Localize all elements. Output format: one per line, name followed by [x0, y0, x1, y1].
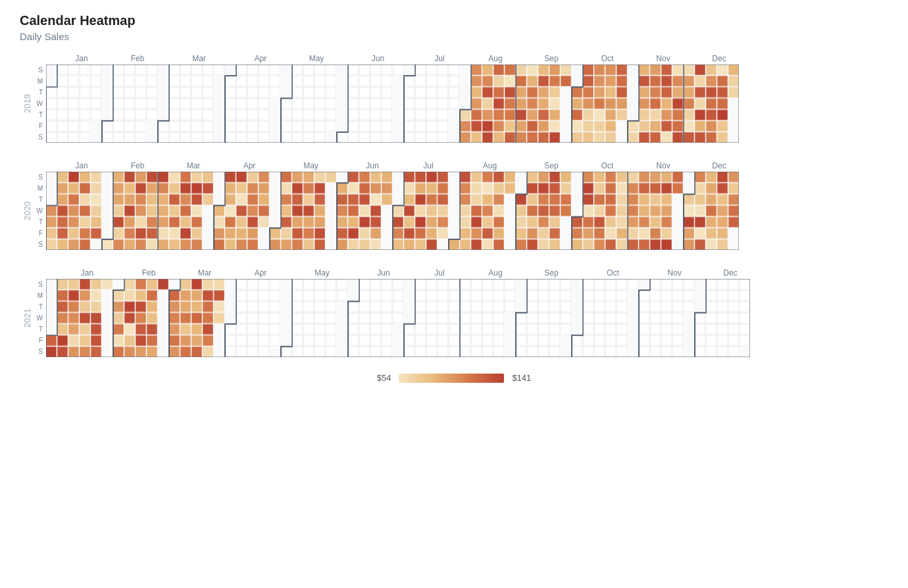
year-label-2019: 2019: [20, 64, 34, 143]
month-header-Jan: Jan: [54, 54, 109, 63]
month-header-Apr: Apr: [233, 268, 288, 278]
month-header-Sep: Sep: [524, 54, 579, 63]
month-header-Oct: Oct: [580, 54, 635, 63]
heatmap-canvas-2021: [46, 279, 750, 357]
month-header-Jun: Jun: [356, 268, 411, 278]
day-label-3: W: [34, 312, 45, 324]
chart-title: Calendar Heatmap: [20, 13, 888, 28]
legend-gradient: [399, 374, 504, 383]
legend-area: $54 $141: [20, 373, 888, 383]
year-2019-block: JanFebMarAprMayJunJulAugSepOctNovDec2019…: [20, 54, 888, 143]
day-label-6: S: [34, 346, 45, 357]
month-header-Apr: Apr: [222, 161, 277, 170]
day-label-6: S: [34, 132, 45, 143]
month-header-Jul: Jul: [412, 268, 467, 278]
month-headers-2019: JanFebMarAprMayJunJulAugSepOctNovDec: [54, 54, 888, 63]
chart-subtitle: Daily Sales: [20, 31, 888, 42]
month-header-Feb: Feb: [110, 161, 165, 170]
month-headers-2021: JanFebMarAprMayJunJulAugSepOctNovDec: [54, 268, 888, 278]
day-label-0: S: [34, 172, 45, 183]
day-label-2: T: [34, 87, 45, 98]
day-label-1: M: [34, 76, 45, 87]
month-header-Nov: Nov: [636, 54, 691, 63]
day-label-0: S: [34, 279, 45, 290]
month-header-Aug: Aug: [468, 54, 523, 63]
month-header-Oct: Oct: [580, 268, 646, 278]
month-header-May: May: [289, 268, 355, 278]
day-label-3: W: [34, 205, 45, 216]
day-label-5: F: [34, 335, 45, 346]
month-header-May: May: [278, 161, 344, 170]
year-2020-block: JanFebMarAprMayJunJulAugSepOctNovDec2020…: [20, 161, 888, 250]
month-header-Dec: Dec: [703, 268, 758, 278]
year-label-2021: 2021: [20, 279, 34, 357]
day-labels-2019: SMTWTFS: [34, 64, 45, 143]
year-2021-block: JanFebMarAprMayJunJulAugSepOctNovDec2021…: [20, 268, 888, 357]
day-label-1: M: [34, 290, 45, 301]
month-header-Nov: Nov: [636, 161, 691, 170]
month-header-Mar: Mar: [177, 268, 232, 278]
legend-min-label: $54: [377, 373, 391, 383]
month-header-Oct: Oct: [580, 161, 635, 170]
month-header-Jan: Jan: [54, 268, 120, 278]
month-header-Aug: Aug: [468, 268, 523, 278]
day-label-5: F: [34, 120, 45, 132]
month-header-Jul: Jul: [401, 161, 456, 170]
month-header-Apr: Apr: [233, 54, 288, 63]
day-label-4: T: [34, 216, 45, 228]
month-header-Dec: Dec: [692, 161, 747, 170]
month-header-Feb: Feb: [121, 268, 176, 278]
month-header-Jun: Jun: [345, 161, 400, 170]
day-label-2: T: [34, 301, 45, 312]
month-header-May: May: [289, 54, 344, 63]
month-header-Sep: Sep: [524, 161, 579, 170]
day-label-4: T: [34, 109, 45, 120]
month-header-Jul: Jul: [412, 54, 467, 63]
day-label-0: S: [34, 64, 45, 76]
month-header-Mar: Mar: [166, 54, 232, 63]
day-label-6: S: [34, 239, 45, 250]
month-header-Dec: Dec: [692, 54, 747, 63]
month-header-Jun: Jun: [345, 54, 411, 63]
legend-max-label: $141: [512, 373, 531, 383]
month-headers-2020: JanFebMarAprMayJunJulAugSepOctNovDec: [54, 161, 888, 170]
heatmap-canvas-2020: [46, 172, 739, 250]
day-label-1: M: [34, 183, 45, 194]
year-label-2020: 2020: [20, 172, 34, 250]
day-labels-2020: SMTWTFS: [34, 172, 45, 250]
day-label-3: W: [34, 98, 45, 109]
month-header-Nov: Nov: [647, 268, 702, 278]
page-container: Calendar Heatmap Daily Sales JanFebMarAp…: [20, 13, 888, 383]
day-label-2: T: [34, 194, 45, 205]
heatmap-canvas-2019: [46, 64, 739, 143]
month-header-Jan: Jan: [54, 161, 109, 170]
month-header-Mar: Mar: [166, 161, 221, 170]
month-header-Feb: Feb: [110, 54, 165, 63]
day-label-5: F: [34, 228, 45, 239]
day-label-4: T: [34, 324, 45, 335]
month-header-Sep: Sep: [524, 268, 579, 278]
day-labels-2021: SMTWTFS: [34, 279, 45, 357]
heatmap-container: JanFebMarAprMayJunJulAugSepOctNovDec2019…: [20, 54, 888, 357]
month-header-Aug: Aug: [457, 161, 523, 170]
